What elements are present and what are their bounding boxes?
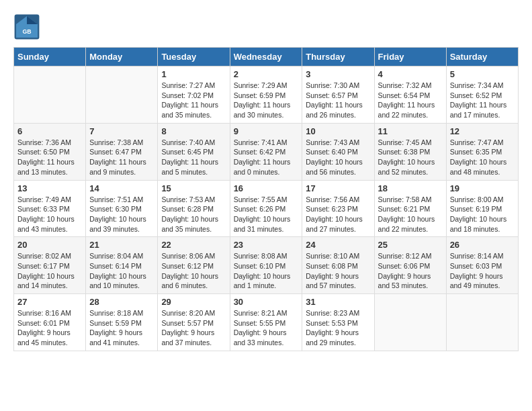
calendar-cell: 2Sunrise: 7:29 AM Sunset: 6:59 PM Daylig… <box>230 66 302 124</box>
calendar-cell: 14Sunrise: 7:51 AM Sunset: 6:30 PM Dayli… <box>86 180 158 237</box>
weekday-header-row: SundayMondayTuesdayWednesdayThursdayFrid… <box>14 48 519 66</box>
day-info: Sunrise: 8:14 AM Sunset: 6:03 PM Dayligh… <box>450 251 515 291</box>
day-info: Sunrise: 8:18 AM Sunset: 5:59 PM Dayligh… <box>89 308 154 348</box>
day-number: 29 <box>161 297 226 307</box>
page-header: GB <box>13 13 519 40</box>
day-number: 5 <box>450 69 515 79</box>
calendar-cell: 4Sunrise: 7:32 AM Sunset: 6:54 PM Daylig… <box>374 66 446 124</box>
day-number: 8 <box>161 126 226 136</box>
day-info: Sunrise: 7:38 AM Sunset: 6:47 PM Dayligh… <box>89 138 154 177</box>
day-info: Sunrise: 8:06 AM Sunset: 6:12 PM Dayligh… <box>161 251 226 291</box>
calendar-cell: 22Sunrise: 8:06 AM Sunset: 6:12 PM Dayli… <box>158 237 230 294</box>
day-number: 3 <box>306 69 370 79</box>
calendar-cell: 31Sunrise: 8:23 AM Sunset: 5:53 PM Dayli… <box>302 294 374 351</box>
weekday-header-monday: Monday <box>86 48 158 66</box>
calendar-cell: 18Sunrise: 7:58 AM Sunset: 6:21 PM Dayli… <box>374 180 446 237</box>
day-number: 21 <box>89 240 154 250</box>
day-number: 6 <box>17 126 82 136</box>
calendar-cell: 24Sunrise: 8:10 AM Sunset: 6:08 PM Dayli… <box>302 237 374 294</box>
calendar-cell: 13Sunrise: 7:49 AM Sunset: 6:33 PM Dayli… <box>14 180 86 237</box>
day-info: Sunrise: 7:55 AM Sunset: 6:26 PM Dayligh… <box>234 195 299 234</box>
calendar-cell: 17Sunrise: 7:56 AM Sunset: 6:23 PM Dayli… <box>302 180 374 237</box>
day-info: Sunrise: 7:47 AM Sunset: 6:35 PM Dayligh… <box>450 138 515 177</box>
calendar-cell: 16Sunrise: 7:55 AM Sunset: 6:26 PM Dayli… <box>230 180 302 237</box>
calendar-cell: 28Sunrise: 8:18 AM Sunset: 5:59 PM Dayli… <box>86 294 158 351</box>
weekday-header-saturday: Saturday <box>446 48 518 66</box>
day-info: Sunrise: 7:27 AM Sunset: 7:02 PM Dayligh… <box>161 81 226 120</box>
calendar-cell: 29Sunrise: 8:20 AM Sunset: 5:57 PM Dayli… <box>158 294 230 351</box>
calendar-cell <box>14 66 86 124</box>
day-number: 1 <box>161 69 226 79</box>
weekday-header-tuesday: Tuesday <box>158 48 230 66</box>
week-row-1: 1Sunrise: 7:27 AM Sunset: 7:02 PM Daylig… <box>14 66 519 124</box>
day-number: 12 <box>450 126 515 136</box>
day-number: 19 <box>450 183 515 193</box>
day-info: Sunrise: 8:08 AM Sunset: 6:10 PM Dayligh… <box>234 251 299 291</box>
day-info: Sunrise: 7:36 AM Sunset: 6:50 PM Dayligh… <box>17 138 82 177</box>
day-number: 10 <box>306 126 370 136</box>
day-info: Sunrise: 7:32 AM Sunset: 6:54 PM Dayligh… <box>378 81 443 120</box>
day-number: 13 <box>17 183 82 193</box>
day-info: Sunrise: 7:41 AM Sunset: 6:42 PM Dayligh… <box>234 138 299 177</box>
calendar-cell: 20Sunrise: 8:02 AM Sunset: 6:17 PM Dayli… <box>14 237 86 294</box>
calendar-cell: 19Sunrise: 8:00 AM Sunset: 6:19 PM Dayli… <box>446 180 518 237</box>
day-info: Sunrise: 8:21 AM Sunset: 5:55 PM Dayligh… <box>234 308 299 348</box>
svg-text:GB: GB <box>22 28 31 35</box>
day-number: 20 <box>17 240 82 250</box>
calendar-cell: 9Sunrise: 7:41 AM Sunset: 6:42 PM Daylig… <box>230 123 302 180</box>
day-number: 2 <box>234 69 299 79</box>
day-info: Sunrise: 8:12 AM Sunset: 6:06 PM Dayligh… <box>378 251 443 291</box>
day-number: 28 <box>89 297 154 307</box>
day-number: 9 <box>234 126 299 136</box>
weekday-header-friday: Friday <box>374 48 446 66</box>
calendar-cell: 1Sunrise: 7:27 AM Sunset: 7:02 PM Daylig… <box>158 66 230 124</box>
day-info: Sunrise: 8:20 AM Sunset: 5:57 PM Dayligh… <box>161 308 226 348</box>
calendar-cell: 26Sunrise: 8:14 AM Sunset: 6:03 PM Dayli… <box>446 237 518 294</box>
day-info: Sunrise: 8:23 AM Sunset: 5:53 PM Dayligh… <box>306 308 370 348</box>
day-info: Sunrise: 7:51 AM Sunset: 6:30 PM Dayligh… <box>89 195 154 234</box>
weekday-header-thursday: Thursday <box>302 48 374 66</box>
calendar-cell: 25Sunrise: 8:12 AM Sunset: 6:06 PM Dayli… <box>374 237 446 294</box>
day-info: Sunrise: 7:45 AM Sunset: 6:38 PM Dayligh… <box>378 138 443 177</box>
day-number: 11 <box>378 126 443 136</box>
day-number: 15 <box>161 183 226 193</box>
day-info: Sunrise: 7:58 AM Sunset: 6:21 PM Dayligh… <box>378 195 443 234</box>
week-row-2: 6Sunrise: 7:36 AM Sunset: 6:50 PM Daylig… <box>14 123 519 180</box>
calendar-cell: 27Sunrise: 8:16 AM Sunset: 6:01 PM Dayli… <box>14 294 86 351</box>
calendar-cell: 6Sunrise: 7:36 AM Sunset: 6:50 PM Daylig… <box>14 123 86 180</box>
week-row-5: 27Sunrise: 8:16 AM Sunset: 6:01 PM Dayli… <box>14 294 519 351</box>
day-info: Sunrise: 7:34 AM Sunset: 6:52 PM Dayligh… <box>450 81 515 120</box>
day-info: Sunrise: 7:30 AM Sunset: 6:57 PM Dayligh… <box>306 81 370 120</box>
calendar-cell: 21Sunrise: 8:04 AM Sunset: 6:14 PM Dayli… <box>86 237 158 294</box>
day-info: Sunrise: 7:49 AM Sunset: 6:33 PM Dayligh… <box>17 195 82 234</box>
day-number: 31 <box>306 297 370 307</box>
calendar-cell: 10Sunrise: 7:43 AM Sunset: 6:40 PM Dayli… <box>302 123 374 180</box>
calendar-cell <box>86 66 158 124</box>
day-number: 16 <box>234 183 299 193</box>
day-number: 27 <box>17 297 82 307</box>
calendar-cell: 8Sunrise: 7:40 AM Sunset: 6:45 PM Daylig… <box>158 123 230 180</box>
calendar-cell: 7Sunrise: 7:38 AM Sunset: 6:47 PM Daylig… <box>86 123 158 180</box>
day-number: 17 <box>306 183 370 193</box>
calendar-cell: 11Sunrise: 7:45 AM Sunset: 6:38 PM Dayli… <box>374 123 446 180</box>
day-number: 30 <box>234 297 299 307</box>
day-number: 14 <box>89 183 154 193</box>
weekday-header-wednesday: Wednesday <box>230 48 302 66</box>
day-number: 26 <box>450 240 515 250</box>
calendar-cell: 12Sunrise: 7:47 AM Sunset: 6:35 PM Dayli… <box>446 123 518 180</box>
week-row-4: 20Sunrise: 8:02 AM Sunset: 6:17 PM Dayli… <box>14 237 519 294</box>
day-number: 7 <box>89 126 154 136</box>
calendar-cell: 3Sunrise: 7:30 AM Sunset: 6:57 PM Daylig… <box>302 66 374 124</box>
calendar-cell <box>374 294 446 351</box>
day-info: Sunrise: 7:56 AM Sunset: 6:23 PM Dayligh… <box>306 195 370 234</box>
day-info: Sunrise: 8:00 AM Sunset: 6:19 PM Dayligh… <box>450 195 515 234</box>
day-info: Sunrise: 7:53 AM Sunset: 6:28 PM Dayligh… <box>161 195 226 234</box>
logo-icon: GB <box>13 13 40 40</box>
day-number: 22 <box>161 240 226 250</box>
day-info: Sunrise: 7:40 AM Sunset: 6:45 PM Dayligh… <box>161 138 226 177</box>
day-number: 24 <box>306 240 370 250</box>
day-info: Sunrise: 7:29 AM Sunset: 6:59 PM Dayligh… <box>234 81 299 120</box>
day-number: 4 <box>378 69 443 79</box>
calendar-cell: 23Sunrise: 8:08 AM Sunset: 6:10 PM Dayli… <box>230 237 302 294</box>
day-number: 23 <box>234 240 299 250</box>
